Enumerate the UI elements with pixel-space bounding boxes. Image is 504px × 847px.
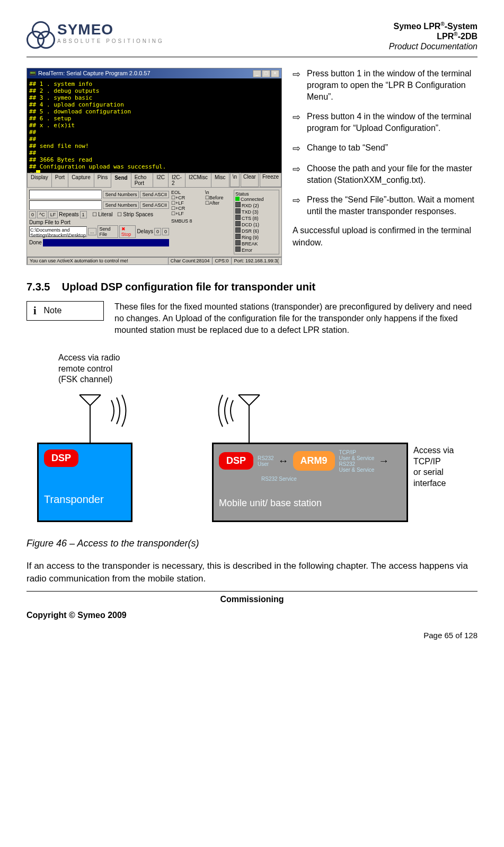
svg-line-5 <box>238 395 249 405</box>
send-panel: Send Numbers Send ASCII Send Numbers Sen… <box>27 188 281 257</box>
tab-send[interactable]: Send <box>111 173 131 188</box>
send-numbers-button-1[interactable]: Send Numbers <box>103 191 139 198</box>
note-row: i Note These files for the fixed mounted… <box>26 301 478 337</box>
status-title: Status <box>235 191 278 197</box>
newline-button[interactable]: \n <box>230 173 240 187</box>
logo-icon <box>26 21 53 48</box>
strip-checkbox[interactable]: Strip Spaces <box>123 211 153 217</box>
rs232-user-label: RS232 User <box>258 455 274 467</box>
figure-and-steps: 📟 RealTerm: Serial Capture Program 2.0.0… <box>26 68 478 265</box>
header-line2a: LPR <box>437 32 454 41</box>
diagram-left-label: Access via radio remote control (FSK cha… <box>58 352 120 385</box>
tab-i2c[interactable]: I2C <box>153 173 169 187</box>
tab-capture[interactable]: Capture <box>68 173 94 187</box>
step-1: Press button 1 in the window of the term… <box>307 68 478 103</box>
tab-port[interactable]: Port <box>51 173 68 187</box>
info-icon: i <box>33 305 37 317</box>
status-error: Error <box>242 248 252 253</box>
tab-misc[interactable]: Misc <box>211 173 229 187</box>
tab-pins[interactable]: Pins <box>94 173 111 187</box>
figure-caption: Figure 46 – Access to the transponder(s) <box>26 538 478 549</box>
send-input-1[interactable] <box>29 190 102 199</box>
dump-label: Dump File to Port <box>29 219 169 225</box>
logo-sub-text: ABSOLUTE POSITIONING <box>57 38 164 44</box>
note-text: These files for the fixed mounted statio… <box>114 301 478 337</box>
eol-lf-1[interactable]: +LF <box>175 200 184 206</box>
eol-label: EOL <box>171 190 203 195</box>
doc-title-block: Symeo LPR®-System LPR®-2DB Product Docum… <box>389 21 478 51</box>
lf-button[interactable]: LF <box>48 211 58 218</box>
rs232-service-label: RS232 Service <box>261 476 401 482</box>
clear-button[interactable]: Clear <box>241 173 259 187</box>
literal-checkbox[interactable]: Literal <box>98 211 112 217</box>
nl-group: \n <box>205 190 232 195</box>
statusbar-port: Port: 192.168.1.99:3( <box>231 257 281 264</box>
tab-i2cmisc[interactable]: I2CMisc <box>185 173 211 187</box>
repeats-label: Repeats <box>59 211 78 217</box>
after-checkbox[interactable]: After <box>209 200 219 206</box>
statusbar-count: Char Count:28104 <box>168 257 213 264</box>
status-cts: CTS (8) <box>242 216 259 221</box>
terminal-screenshot: 📟 RealTerm: Serial Capture Program 2.0.0… <box>26 68 282 265</box>
console-output: ## 1 . system info ## 2 . debug outputs … <box>27 78 281 173</box>
instruction-steps: ⇨Press button 1 in the window of the ter… <box>293 68 478 265</box>
tcpip-label: TCP/IP User & Service RS232 User & Servi… <box>339 449 375 473</box>
statusbar: You can use ActiveX automation to contro… <box>27 257 281 264</box>
delay-2[interactable]: 0 <box>162 228 169 235</box>
tab-echoport[interactable]: Echo Port <box>131 173 154 187</box>
zero-button[interactable]: 0 <box>29 211 36 218</box>
arrow-icon: ⇨ <box>293 142 300 155</box>
transponder-box: DSP Transponder <box>37 443 132 522</box>
copyright: Copyright © Symeo 2009 <box>26 611 478 620</box>
status-box: Status Connected RXD (2) TXD (3) CTS (8)… <box>234 190 279 254</box>
note-box: i Note <box>26 301 104 321</box>
mobile-unit-box: DSP RS232 User ↔ ARM9 TCP/IP User & Serv… <box>212 443 408 522</box>
eol-cr-1[interactable]: +CR <box>175 195 185 200</box>
send-numbers-button-2[interactable]: Send Numbers <box>103 201 139 209</box>
step-5: Press the “Send File”-button. Wait a mom… <box>307 194 478 218</box>
header-line2b: -2DB <box>458 32 478 41</box>
section-number: 7.3.5 <box>26 281 50 293</box>
dsp-chip-right: DSP <box>219 452 253 470</box>
smbus-select[interactable]: SMBUS 8 <box>171 218 203 224</box>
eol-cr-2[interactable]: +CR <box>175 206 185 211</box>
before-checkbox[interactable]: Before <box>209 195 224 200</box>
header-line3: Product Documentation <box>389 42 478 51</box>
repeats-value[interactable]: 1 <box>80 211 87 218</box>
tab-display[interactable]: Display <box>27 173 52 187</box>
send-ascii-button-2[interactable]: Send ASCII <box>140 201 169 209</box>
delay-1[interactable]: 0 <box>154 228 161 235</box>
header-line1a: Symeo LPR <box>393 22 440 31</box>
ctrlc-button[interactable]: ^C <box>37 211 47 218</box>
dump-path-input[interactable]: C:\Documents and Settings\brauckm\Deskto… <box>29 226 87 237</box>
logo-main-text: SYMEO <box>57 21 164 38</box>
freeze-button[interactable]: Freeze <box>260 173 281 187</box>
arrow-icon: ⇨ <box>293 163 300 187</box>
page-number: Page 65 of 128 <box>26 631 478 640</box>
mobile-caption: Mobile unit/ base station <box>219 498 401 509</box>
arrow-icon: ⇨ <box>293 111 300 135</box>
window-titlebar: 📟 RealTerm: Serial Capture Program 2.0.0… <box>27 68 281 78</box>
header-line1b: -System <box>445 22 478 31</box>
send-input-2[interactable] <box>29 200 102 210</box>
sendfile-button[interactable]: Send File <box>98 225 118 238</box>
window-title: RealTerm: Serial Capture Program 2.0.0.5… <box>38 70 151 76</box>
section-heading: 7.3.5 Upload DSP configuration file for … <box>26 281 478 293</box>
tab-i2c2[interactable]: I2C-2 <box>168 173 185 187</box>
status-rxd: RXD (2) <box>242 203 259 208</box>
arm9-chip: ARM9 <box>293 451 335 471</box>
status-ring: Ring (9) <box>242 235 259 240</box>
step-4: Choose the path and your file for the ma… <box>307 163 478 187</box>
footer-section-name: Commissioning <box>26 595 478 604</box>
svg-line-6 <box>249 395 260 405</box>
stop-text: Stop <box>121 232 131 237</box>
eol-lf-2[interactable]: +LF <box>175 211 184 216</box>
transponder-label: Transponder <box>44 493 126 506</box>
stop-button[interactable]: ✖ Stop <box>119 225 136 238</box>
body-paragraph: If an access to the transponder is neces… <box>26 560 478 585</box>
dsp-chip-left: DSP <box>44 449 78 467</box>
step-3: Change to tab “Send” <box>307 142 388 155</box>
browse-button[interactable]: ... <box>88 228 96 235</box>
send-ascii-button-1[interactable]: Send ASCII <box>140 191 169 198</box>
arrow-icon: ⇨ <box>293 68 300 103</box>
